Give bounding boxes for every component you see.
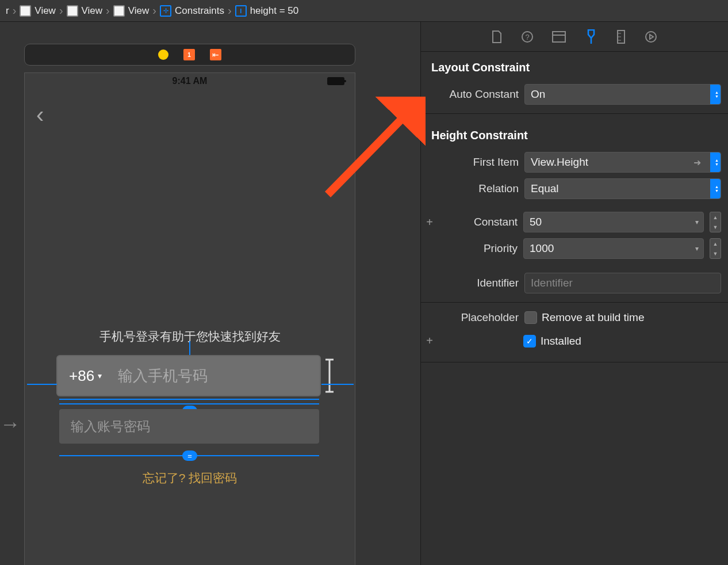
installed-label: Installed [541, 335, 581, 348]
attributes-tab-icon[interactable] [584, 29, 598, 44]
device-toolbar: 1 [24, 44, 355, 66]
cube-3d-icon[interactable]: 1 [183, 49, 195, 60]
priority-stepper[interactable]: ▲▼ [710, 238, 721, 259]
password-input-field[interactable]: 输入账号密码 [59, 409, 319, 444]
back-chevron-icon[interactable]: ‹ [36, 102, 44, 128]
jump-arrow-icon[interactable]: ➜ [693, 157, 701, 168]
constant-stepper[interactable]: ▲▼ [710, 212, 721, 232]
auto-constant-select[interactable]: On ▲▼ [524, 84, 721, 105]
country-code-selector[interactable]: +86▾ [69, 367, 102, 385]
first-item-select[interactable]: View.Height ➜ ▲▼ [524, 152, 721, 173]
svg-rect-6 [553, 32, 565, 42]
caret-down-icon[interactable]: ▾ [695, 245, 699, 253]
status-bar: 9:41 AM [25, 73, 355, 89]
section-layout-constraint: Layout Constraint [421, 52, 728, 81]
auto-constant-label: Auto Constant [421, 88, 519, 101]
device-preview[interactable]: 9:41 AM ‹ 手机号登录有助于您快速找到好友 +86▾ 输入手机号码 = … [24, 72, 355, 565]
priority-label: Priority [444, 242, 518, 255]
view-icon [20, 5, 31, 17]
password-placeholder: 输入账号密码 [71, 418, 150, 436]
constraint-icon: ⊹ [160, 5, 171, 17]
inspector-tabs: ? [421, 22, 728, 52]
breadcrumb: r › View › View › View › ⊹Constraints › … [0, 0, 728, 22]
help-tab-icon[interactable]: ? [521, 30, 534, 43]
forgot-password-link[interactable]: 忘记了? 找回密码 [25, 470, 355, 486]
constraint-guide [59, 403, 319, 404]
remove-build-time-label: Remove at build time [542, 311, 644, 324]
relation-label: Relation [421, 182, 519, 195]
caret-down-icon: ▾ [98, 371, 102, 380]
add-installed-button[interactable]: + [421, 334, 438, 348]
placeholder-label: Placeholder [421, 311, 519, 324]
caret-down-icon[interactable]: ▾ [695, 218, 699, 226]
canvas[interactable]: → 1 9:41 AM ‹ 手机号登录有助于您快速找到好友 +86▾ 输入手机号… [0, 22, 421, 565]
exit-icon[interactable] [210, 49, 221, 60]
svg-point-13 [646, 32, 656, 42]
breadcrumb-height-constraint[interactable]: Iheight = 50 [233, 5, 301, 17]
chevron-right-icon: › [152, 4, 156, 17]
constraint-icon: I [235, 5, 247, 17]
record-icon[interactable] [158, 49, 168, 60]
constraint-guide [59, 399, 319, 400]
phone-placeholder: 输入手机号码 [118, 366, 208, 386]
identity-tab-icon[interactable] [552, 31, 566, 43]
status-time: 9:41 AM [173, 76, 208, 86]
priority-input[interactable]: 1000 ▾ [523, 238, 704, 259]
svg-line-3 [328, 109, 411, 194]
chevron-right-icon: › [106, 4, 110, 17]
constraint-guide [27, 384, 57, 385]
canvas-nav-arrow-icon: → [0, 412, 21, 436]
size-tab-icon[interactable] [616, 30, 626, 44]
battery-icon [327, 77, 344, 85]
constant-label: Constant [444, 216, 518, 228]
height-constraint-indicator-icon [325, 358, 334, 393]
breadcrumb-item[interactable]: r [3, 5, 12, 17]
chevron-right-icon: › [13, 4, 17, 17]
constraint-guide [189, 341, 190, 355]
svg-text:?: ? [525, 33, 529, 41]
breadcrumb-view-1[interactable]: View [17, 5, 58, 17]
phone-input-field[interactable]: +86▾ 输入手机号码 [56, 355, 321, 396]
breadcrumb-constraints[interactable]: ⊹Constraints [158, 5, 227, 17]
breadcrumb-view-3[interactable]: View [111, 5, 152, 17]
annotation-arrow-icon [322, 97, 426, 200]
equal-badge-icon: = [182, 451, 197, 461]
inspector-panel: ? Layout Constraint Auto Constant On ▲▼ … [421, 22, 728, 565]
relation-select[interactable]: Equal ▲▼ [524, 178, 721, 199]
breadcrumb-view-2[interactable]: View [64, 5, 105, 17]
identifier-input[interactable]: Identifier [524, 273, 721, 293]
identifier-label: Identifier [421, 277, 519, 289]
view-icon [113, 5, 125, 17]
view-icon [67, 5, 78, 17]
chevron-right-icon: › [228, 4, 232, 17]
connections-tab-icon[interactable] [644, 30, 658, 44]
installed-checkbox[interactable]: ✓ [523, 335, 536, 348]
section-height-constraint: Height Constraint [421, 120, 728, 149]
chevron-right-icon: › [59, 4, 63, 17]
file-tab-icon[interactable] [491, 30, 503, 44]
first-item-label: First Item [421, 156, 519, 169]
constraint-guide [321, 384, 354, 385]
add-constant-button[interactable]: + [421, 216, 438, 229]
constant-input[interactable]: 50 ▾ [523, 212, 704, 232]
remove-build-time-checkbox[interactable] [524, 311, 537, 324]
